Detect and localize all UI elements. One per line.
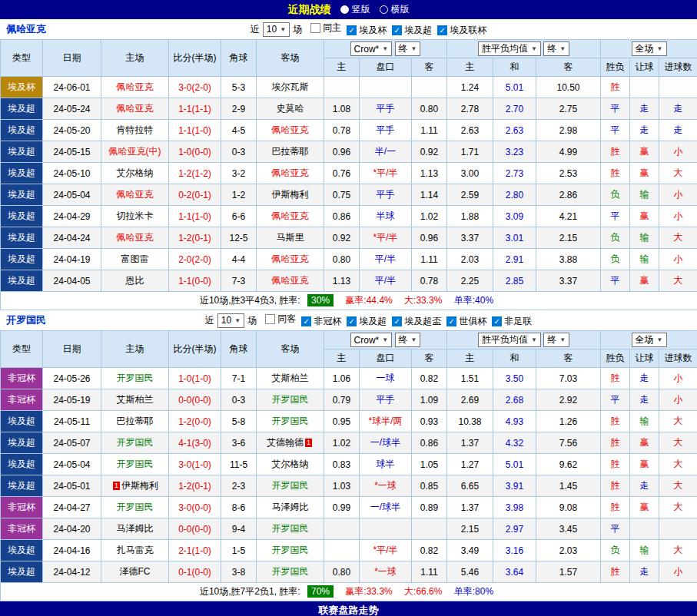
scope-select[interactable]: 全场 ▼ (632, 41, 667, 56)
result-cell: 胜 (601, 497, 630, 518)
single-rate: 单率:40% (454, 295, 493, 306)
score-cell: 1-1(1-0) (169, 206, 221, 227)
league-type-cell: 埃及超 (1, 432, 43, 454)
filter-checkbox[interactable]: ✓埃及杯 (347, 24, 387, 37)
chevron-down-icon: ▼ (234, 317, 241, 324)
goals-cell (659, 518, 697, 540)
filter-checkbox[interactable]: ✓埃及超盃 (392, 315, 441, 328)
filter-checkbox[interactable]: 同主 (310, 22, 341, 35)
chevron-down-icon: ▼ (411, 45, 417, 52)
league-type-cell: 埃及超 (1, 454, 43, 475)
col-goals: 进球数 (659, 349, 697, 368)
league-type-cell: 埃及超 (1, 475, 43, 497)
filter-checkbox[interactable]: ✓埃及超 (392, 24, 432, 37)
avg-away-cell: 2.98 (536, 120, 601, 141)
recent-results-page: 近期战绩 竖版 横版 佩哈亚克 近 10 ▼ 场 同主✓埃及杯✓埃及超✓埃及联杯 (0, 0, 697, 616)
checkbox-checked-icon[interactable]: ✓ (347, 25, 357, 35)
home-odds-cell (324, 518, 360, 540)
filter-checkbox[interactable]: 同客 (265, 313, 296, 326)
select-value: 终 (547, 42, 556, 55)
date-cell: 24-04-19 (43, 249, 101, 270)
avg-home-cell: 2.63 (447, 120, 493, 141)
col-home: 主场 (101, 40, 169, 77)
avg-type-select[interactable]: 胜平负均值 ▼ (478, 333, 541, 347)
filter-checkbox[interactable]: ✓埃及联杯 (437, 24, 486, 37)
away-team-cell: 史莫哈 (257, 98, 324, 120)
avg-away-cell: 2.92 (536, 389, 601, 411)
away-odds-cell: 1.05 (412, 454, 447, 475)
games-label: 场 (293, 23, 302, 36)
avg-draw-cell: 2.68 (493, 389, 536, 411)
home-odds-cell: 1.03 (324, 475, 360, 497)
col-avg-home: 主 (447, 349, 493, 368)
avg-draw-cell: 2.80 (493, 184, 536, 206)
home-odds-cell: 0.79 (324, 389, 360, 411)
checkbox-checked-icon[interactable]: ✓ (446, 316, 456, 326)
col-result: 胜负 (601, 58, 630, 77)
filter-checkbox[interactable]: ✓世俱杯 (446, 315, 486, 328)
goals-cell: 小 (659, 141, 697, 163)
bottom-bar[interactable]: 联赛盘路走势 (0, 601, 697, 616)
chevron-down-icon: ▼ (657, 336, 663, 343)
select-value: Crow* (354, 44, 380, 55)
checkbox-checked-icon[interactable]: ✓ (301, 316, 311, 326)
select-value: 10 (221, 315, 231, 326)
layout-horizontal-radio[interactable]: 横版 (380, 3, 410, 16)
avg-final-select[interactable]: 终 ▼ (543, 333, 569, 347)
cover-cell: 输 (630, 227, 659, 249)
result-cell: 平 (601, 270, 630, 292)
handicap-cell (360, 77, 412, 98)
result-cell: 胜 (601, 411, 630, 432)
result-cell: 胜 (601, 454, 630, 475)
avg-home-cell: 3.00 (447, 163, 493, 184)
bookmaker-select[interactable]: Crow* ▼ (350, 41, 393, 56)
date-cell: 24-05-11 (43, 411, 101, 432)
away-team-cell: 艾尔格纳 (257, 454, 324, 475)
avg-away-cell: 2.53 (536, 163, 601, 184)
checkbox-checked-icon[interactable]: ✓ (392, 25, 402, 35)
checkbox-checked-icon[interactable]: ✓ (492, 316, 502, 326)
chevron-down-icon: ▼ (280, 26, 286, 33)
away-odds-cell: 0.78 (412, 270, 447, 292)
top-bar: 近期战绩 竖版 横版 (0, 0, 697, 19)
avg-home-cell: 1.37 (447, 432, 493, 454)
col-corner: 角球 (221, 331, 257, 368)
cover-cell: 赢 (630, 163, 659, 184)
league-type-cell: 埃及超 (1, 98, 43, 120)
home-odds-cell: 0.78 (324, 120, 360, 141)
avg-away-cell: 2.86 (536, 184, 601, 206)
avg-draw-cell: 2.63 (493, 120, 536, 141)
match-row: 非冠杯24-04-27开罗国民3-0(0-0)8-6马泽姆比0.99一/球半0.… (1, 497, 697, 518)
avg-away-cell: 1.57 (536, 561, 601, 583)
avg-home-cell: 1.51 (447, 368, 493, 389)
match-count-select[interactable]: 10 ▼ (263, 22, 290, 37)
away-odds-cell: 1.11 (412, 249, 447, 270)
layout-vertical-radio[interactable]: 竖版 (340, 3, 370, 16)
chevron-down-icon: ▼ (411, 336, 417, 343)
odds-final-select[interactable]: 终 ▼ (395, 333, 421, 347)
scope-select[interactable]: 全场 ▼ (632, 333, 667, 347)
match-count-select[interactable]: 10 ▼ (217, 313, 244, 328)
filter-checkbox[interactable]: ✓埃及超 (347, 315, 387, 328)
checkbox-checked-icon[interactable]: ✓ (437, 25, 447, 35)
result-cell: 胜 (601, 475, 630, 497)
away-team-cell: 佩哈亚克 (257, 270, 324, 292)
summary-text: 近10场,胜7平2负1, 胜率: (200, 586, 300, 597)
filter-bar: 近 10 ▼ 场 同主✓埃及杯✓埃及超✓埃及联杯 (251, 22, 486, 37)
avg-type-select[interactable]: 胜平负均值 ▼ (478, 41, 541, 56)
odds-final-select[interactable]: 终 ▼ (395, 41, 421, 56)
home-team-cell: 佩哈亚克 (101, 77, 169, 98)
bookmaker-select[interactable]: Crow* ▼ (350, 333, 393, 347)
away-team-cell: 埃尔瓦斯 (257, 77, 324, 98)
checkbox-unchecked-icon[interactable] (310, 23, 320, 33)
away-team-cell: 伊斯梅利 (257, 184, 324, 206)
cover-cell: 走 (630, 389, 659, 411)
filter-checkbox[interactable]: ✓非足联 (492, 315, 532, 328)
away-odds-cell: 0.92 (412, 141, 447, 163)
checkbox-checked-icon[interactable]: ✓ (392, 316, 402, 326)
checkbox-checked-icon[interactable]: ✓ (347, 316, 357, 326)
avg-final-select[interactable]: 终 ▼ (543, 41, 569, 56)
filter-checkbox[interactable]: ✓非冠杯 (301, 315, 341, 328)
date-cell: 24-05-04 (43, 454, 101, 475)
checkbox-unchecked-icon[interactable] (265, 314, 275, 324)
